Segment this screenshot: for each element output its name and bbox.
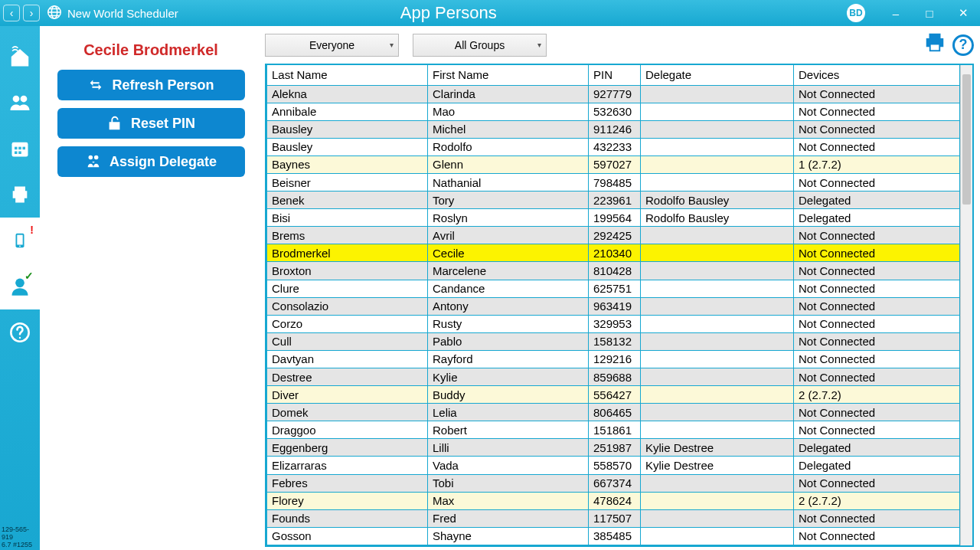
minimize-button[interactable]: – (879, 0, 913, 26)
table-row[interactable]: FloreyMax4786242 (2.7.2) (267, 492, 960, 509)
maximize-button[interactable]: □ (913, 0, 946, 26)
forward-button[interactable]: › (23, 5, 40, 21)
svg-rect-7 (23, 147, 26, 150)
sidebar: ! ✓ 129-565-919 6.7 #1255 (0, 26, 40, 550)
nav-home[interactable] (0, 34, 40, 80)
table-row[interactable]: ConsolazioAntony963419Not Connected (267, 297, 960, 315)
chevron-down-icon: ▾ (390, 41, 394, 49)
table-row[interactable]: BausleyMichel911246Not Connected (267, 120, 960, 138)
table-row[interactable]: AleknaClarinda927779Not Connected (267, 85, 960, 103)
table-row[interactable]: EggenbergLilli251987Kylie DestreeDelegat… (267, 439, 960, 457)
svg-point-12 (19, 245, 21, 247)
filter-everyone[interactable]: Everyone▾ (265, 34, 399, 57)
table-row[interactable]: BremsAvril292425Not Connected (267, 227, 960, 244)
table-row[interactable]: BeisnerNathanial798485Not Connected (267, 173, 960, 191)
svg-rect-5 (15, 147, 18, 150)
table-row[interactable]: BausleyRodolfo432233Not Connected (267, 138, 960, 156)
nav-schedule[interactable] (0, 126, 40, 172)
user-badge[interactable]: BD (847, 4, 865, 22)
globe-icon (46, 4, 63, 23)
refresh-person-button[interactable]: Refresh Person (57, 70, 245, 100)
filter-groups[interactable]: All Groups▾ (413, 34, 547, 57)
scrollbar-thumb[interactable] (962, 74, 971, 205)
assign-delegate-button[interactable]: Assign Delegate (57, 146, 245, 177)
table-row[interactable]: DraggooRobert151861Not Connected (267, 421, 960, 439)
svg-rect-9 (18, 152, 21, 155)
nav-help[interactable] (0, 309, 40, 355)
col-pin[interactable]: PIN (589, 65, 641, 85)
vertical-scrollbar[interactable] (960, 65, 972, 545)
app-name: New World Scheduler (67, 7, 178, 20)
table-row[interactable]: BaynesGlenn5970271 (2.7.2) (267, 156, 960, 173)
table-row[interactable]: CullPablo158132Not Connected (267, 332, 960, 350)
svg-point-13 (15, 279, 24, 288)
table-row[interactable]: BisiRoslyn199564Rodolfo BausleyDelegated (267, 209, 960, 227)
col-delegate[interactable]: Delegate (641, 65, 794, 85)
close-button[interactable]: ✕ (946, 0, 980, 26)
check-icon: ✓ (24, 270, 34, 282)
table-row[interactable]: AnnibaleMao532630Not Connected (267, 103, 960, 120)
svg-point-17 (94, 156, 99, 160)
alert-icon: ! (30, 224, 34, 236)
table-row[interactable]: FoundsFred117507Not Connected (267, 509, 960, 527)
nav-mobile[interactable]: ! (0, 218, 40, 264)
nav-persons[interactable] (0, 80, 40, 126)
svg-rect-11 (17, 235, 22, 245)
svg-point-15 (19, 337, 21, 339)
table-row[interactable]: DiverBuddy5564272 (2.7.2) (267, 386, 960, 404)
table-row[interactable]: DestreeKylie859688Not Connected (267, 368, 960, 386)
persons-table[interactable]: Last Name First Name PIN Delegate Device… (266, 65, 960, 545)
table-row[interactable]: ClureCandance625751Not Connected (267, 280, 960, 297)
col-devices[interactable]: Devices (794, 65, 960, 85)
table-row[interactable]: DomekLelia806465Not Connected (267, 404, 960, 421)
col-first-name[interactable]: First Name (428, 65, 589, 85)
selected-person: Cecile Brodmerkel (49, 41, 253, 59)
svg-rect-6 (18, 147, 21, 150)
version-footer: 129-565-919 6.7 #1255 (0, 525, 40, 550)
action-panel: Cecile Brodmerkel Refresh Person Reset P… (40, 26, 262, 550)
reset-pin-button[interactable]: Reset PIN (57, 108, 245, 139)
print-icon[interactable] (923, 31, 946, 59)
table-row[interactable]: GossonShayne385485Not Connected (267, 527, 960, 545)
page-title: App Persons (400, 3, 497, 23)
svg-point-2 (13, 96, 20, 103)
nav-app-persons[interactable]: ✓ (0, 264, 40, 309)
table-row[interactable]: CorzoRusty329953Not Connected (267, 315, 960, 332)
table-row[interactable]: BenekTory223961Rodolfo BausleyDelegated (267, 192, 960, 209)
nav-print[interactable] (0, 172, 40, 218)
table-row[interactable]: ElizarrarasVada558570Kylie DestreeDelega… (267, 457, 960, 474)
help-icon[interactable]: ? (952, 34, 974, 56)
table-row[interactable]: FebresTobi667374Not Connected (267, 474, 960, 492)
table-row[interactable]: DavtyanRayford129216Not Connected (267, 350, 960, 368)
svg-rect-18 (930, 44, 940, 51)
svg-point-3 (21, 96, 28, 103)
table-row[interactable]: BrodmerkelCecile210340Not Connected (267, 244, 960, 262)
chevron-down-icon: ▾ (537, 41, 541, 49)
back-button[interactable]: ‹ (3, 5, 20, 21)
col-last-name[interactable]: Last Name (267, 65, 428, 85)
table-row[interactable]: BroxtonMarcelene810428Not Connected (267, 262, 960, 280)
svg-point-16 (89, 156, 93, 160)
svg-rect-8 (15, 152, 18, 155)
